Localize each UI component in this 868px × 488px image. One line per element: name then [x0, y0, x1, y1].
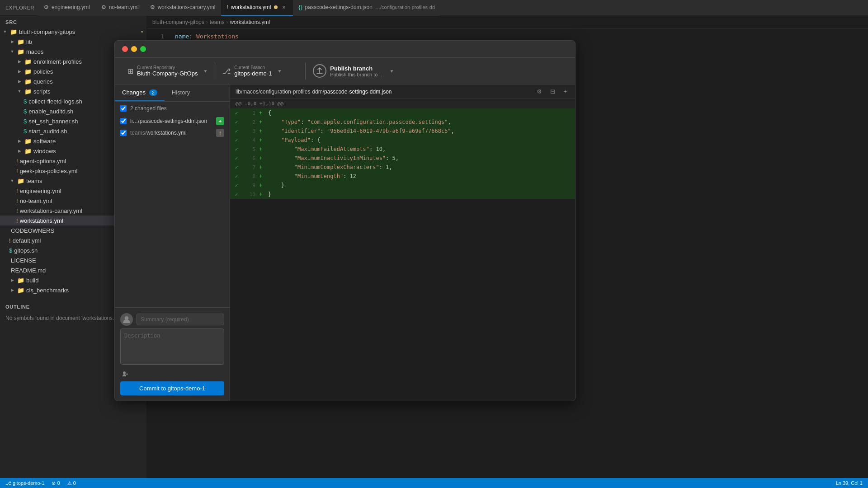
tab-path-passcode: …/configuration-profiles-dd [375, 5, 435, 10]
chevron-teams: ▼ [9, 178, 15, 184]
diff-content-6: "MaximumInactivityInMinutes": 5, [266, 155, 575, 161]
svg-point-0 [125, 316, 128, 320]
file-item-passcode[interactable]: li…/passcode-settings-ddm.json + [115, 115, 230, 127]
tab-history[interactable]: History [165, 84, 197, 101]
close-button[interactable] [122, 46, 128, 52]
publish-section[interactable]: Publish branch Publish this branch to … … [306, 61, 570, 80]
branch-chevron: ▼ [277, 69, 282, 74]
commit-button[interactable]: Commit to gitops-demo-1 [120, 381, 224, 395]
diff-panel: lib/macos/configuration-profiles-ddm/pas… [230, 84, 575, 401]
github-body: Changes 2 History 2 changed files li…/pa… [115, 84, 575, 401]
chevron-software: ▶ [16, 138, 23, 144]
file-icon-geek: ! [16, 168, 18, 174]
sidebar-label-root: bluth-company-gitops [19, 28, 139, 35]
diff-check-10[interactable]: ✓ [230, 190, 243, 199]
branch-value: gitops-demo-1 [234, 70, 272, 77]
diff-linenum-4: 4 [243, 137, 259, 143]
diff-filepath: lib/macos/configuration-profiles-ddm/pas… [236, 89, 534, 95]
diff-check-4[interactable]: ✓ [230, 136, 243, 145]
folder-icon-policies: 📁 [24, 68, 32, 75]
diff-check-7[interactable]: ✓ [230, 163, 243, 172]
changed-files-count: 2 changed files [130, 105, 167, 112]
diff-linenum-2: 2 [243, 119, 259, 125]
minimize-button[interactable] [131, 46, 137, 52]
diff-linenum-8: 8 [243, 174, 259, 179]
select-all-checkbox[interactable] [120, 105, 127, 112]
tab-workstations[interactable]: ! workstations.yml ✕ [221, 0, 292, 16]
settings-button[interactable]: ⚙ [534, 87, 545, 96]
current-branch-section[interactable]: ⎇ Current Branch gitops-demo-1 ▼ [215, 62, 306, 80]
diff-header-actions: ⚙ ⊟ + [534, 87, 570, 96]
tab-engineering[interactable]: ⚙ engineering.yml [38, 0, 95, 16]
bc-teams: teams [210, 19, 225, 25]
folder-icon-queries: 📁 [24, 78, 32, 85]
file-icon-start: $ [24, 128, 27, 135]
status-errors: ⊗ 0 [52, 480, 60, 486]
bc-repo: bluth-company-gitops [152, 19, 204, 25]
publish-chevron: ▼ [390, 69, 394, 74]
split-view-button[interactable]: ⊟ [547, 87, 558, 96]
diff-sign-1: + [259, 110, 266, 116]
summary-input[interactable] [137, 314, 224, 325]
traffic-lights [115, 41, 575, 58]
description-input[interactable] [120, 328, 224, 365]
explorer-label: EXPLORER [2, 5, 38, 10]
diff-check-2[interactable]: ✓ [230, 117, 243, 127]
tab-bar: EXPLORER ⚙ engineering.yml ⚙ no-team.yml… [0, 0, 868, 16]
diff-line-5: ✓ 5 + "MaximumFailedAttempts": 10, [230, 145, 575, 154]
diff-check-3[interactable]: ✓ [230, 127, 243, 136]
file-icon-collect: $ [24, 98, 27, 105]
file-icon-no-team: ! [16, 197, 18, 204]
diff-content: @@ -0,0 +1,10 @@ ✓ 1 + { ✓ 2 + "Type": "… [230, 99, 575, 401]
coauthor-button[interactable] [120, 370, 130, 378]
tab-changes[interactable]: Changes 2 [115, 84, 165, 101]
file-name-passcode: li…/passcode-settings-ddm.json [130, 118, 212, 124]
diff-check-5[interactable]: ✓ [230, 145, 243, 154]
tab-close-workstations[interactable]: ✕ [280, 4, 288, 11]
changes-tab-label: Changes [122, 89, 146, 96]
diff-sign-10: + [259, 191, 266, 197]
tab-icon-no-team: ⚙ [101, 4, 106, 10]
breadcrumb: bluth-company-gitops › teams › workstati… [147, 16, 868, 28]
add-button[interactable]: + [561, 87, 570, 96]
tab-passcode-settings[interactable]: {} passcode-settings-ddm.json …/configur… [293, 0, 441, 16]
chevron-queries: ▶ [16, 78, 23, 84]
diff-check-9[interactable]: ✓ [230, 181, 243, 190]
folder-icon-root: 📁 [10, 28, 17, 35]
diff-content-2: "Type": "com.apple.configuration.passcod… [266, 119, 575, 125]
diff-check-8[interactable]: ✓ [230, 172, 243, 181]
repo-chevron: ▼ [203, 69, 208, 74]
chevron-scripts: ▼ [16, 88, 23, 94]
avatar [120, 313, 133, 326]
diff-sign-8: + [259, 173, 266, 179]
diff-sign-2: + [259, 119, 266, 125]
tab-icon-engineering: ⚙ [44, 4, 49, 10]
file-checkbox-passcode[interactable] [120, 118, 127, 124]
folder-icon-cis: 📁 [17, 287, 24, 294]
maximize-button[interactable] [140, 46, 146, 52]
folder-icon-macos: 📁 [17, 48, 24, 55]
tab-label-canary: workstations-canary.yml [158, 4, 216, 10]
file-checkbox-workstations[interactable] [120, 130, 127, 136]
repo-label: Current Repository [137, 65, 198, 70]
diff-line-10: ✓ 10 + } [230, 190, 575, 199]
diff-linenum-5: 5 [243, 146, 259, 152]
diff-line-2: ✓ 2 + "Type": "com.apple.configuration.p… [230, 117, 575, 127]
chevron-build: ▶ [9, 277, 15, 283]
folder-icon-software: 📁 [24, 138, 32, 145]
tab-no-team[interactable]: ⚙ no-team.yml [96, 0, 144, 16]
folder-icon-teams: 📁 [17, 178, 24, 184]
tab-label-no-team: no-team.yml [109, 4, 139, 10]
current-repo-section[interactable]: ⊞ Current Repository Bluth-Company-GitOp… [120, 62, 215, 80]
sidebar-item-root[interactable]: ▼ 📁 bluth-company-gitops • [0, 27, 146, 37]
diff-check-1[interactable]: ✓ [230, 108, 243, 117]
diff-check-6[interactable]: ✓ [230, 154, 243, 163]
chevron-lib: ▶ [9, 38, 15, 45]
diff-linenum-1: 1 [243, 110, 259, 116]
file-icon-engineering: ! [16, 188, 18, 194]
tab-workstations-canary[interactable]: ⚙ workstations-canary.yml [145, 0, 221, 16]
file-icon-gitops-sh: $ [9, 247, 12, 254]
file-item-workstations[interactable]: teams/workstations.yml ↑ [115, 127, 230, 139]
diff-path-dir: lib/macos/configuration-profiles-ddm/ [236, 89, 324, 95]
repo-icon: ⊞ [127, 67, 133, 75]
